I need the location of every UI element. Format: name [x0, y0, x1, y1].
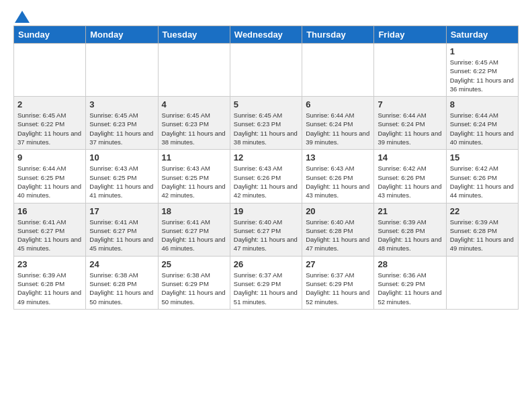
calendar-cell: 28Sunrise: 6:36 AM Sunset: 6:29 PM Dayli…: [374, 256, 446, 309]
calendar-cell: [446, 256, 518, 309]
day-info: Sunrise: 6:40 AM Sunset: 6:27 PM Dayligh…: [234, 218, 298, 253]
day-info: Sunrise: 6:44 AM Sunset: 6:24 PM Dayligh…: [306, 111, 370, 146]
calendar-cell: 17Sunrise: 6:41 AM Sunset: 6:27 PM Dayli…: [86, 203, 158, 256]
day-number: 2: [17, 99, 82, 109]
day-info: Sunrise: 6:45 AM Sunset: 6:22 PM Dayligh…: [17, 111, 82, 146]
day-info: Sunrise: 6:36 AM Sunset: 6:29 PM Dayligh…: [378, 271, 442, 306]
day-number: 13: [306, 152, 370, 163]
day-info: Sunrise: 6:45 AM Sunset: 6:23 PM Dayligh…: [234, 111, 298, 146]
calendar-cell: 6Sunrise: 6:44 AM Sunset: 6:24 PM Daylig…: [302, 97, 374, 150]
calendar-cell: 25Sunrise: 6:38 AM Sunset: 6:29 PM Dayli…: [158, 256, 230, 309]
day-info: Sunrise: 6:45 AM Sunset: 6:23 PM Dayligh…: [89, 111, 154, 146]
calendar-cell: [158, 44, 230, 97]
day-number: 17: [89, 206, 154, 216]
calendar-cell: 22Sunrise: 6:39 AM Sunset: 6:28 PM Dayli…: [446, 203, 518, 256]
day-info: Sunrise: 6:37 AM Sunset: 6:29 PM Dayligh…: [306, 271, 370, 306]
calendar-cell: 4Sunrise: 6:45 AM Sunset: 6:23 PM Daylig…: [158, 97, 230, 150]
calendar-cell: 2Sunrise: 6:45 AM Sunset: 6:22 PM Daylig…: [14, 97, 86, 150]
day-info: Sunrise: 6:39 AM Sunset: 6:28 PM Dayligh…: [378, 218, 442, 253]
day-number: 18: [162, 206, 226, 216]
day-info: Sunrise: 6:43 AM Sunset: 6:25 PM Dayligh…: [162, 164, 226, 199]
calendar-cell: 24Sunrise: 6:38 AM Sunset: 6:28 PM Dayli…: [86, 256, 158, 309]
day-info: Sunrise: 6:41 AM Sunset: 6:27 PM Dayligh…: [162, 218, 226, 253]
calendar-cell: [230, 44, 302, 97]
calendar-cell: 26Sunrise: 6:37 AM Sunset: 6:29 PM Dayli…: [230, 256, 302, 309]
calendar-cell: 18Sunrise: 6:41 AM Sunset: 6:27 PM Dayli…: [158, 203, 230, 256]
weekday-header: Wednesday: [230, 26, 302, 44]
calendar-cell: 8Sunrise: 6:44 AM Sunset: 6:24 PM Daylig…: [446, 97, 518, 150]
calendar-week-row: 2Sunrise: 6:45 AM Sunset: 6:22 PM Daylig…: [14, 97, 519, 150]
calendar-cell: [86, 44, 158, 97]
svg-marker-0: [15, 11, 30, 23]
day-number: 22: [450, 206, 515, 216]
day-number: 26: [234, 259, 298, 269]
day-number: 9: [17, 152, 82, 163]
calendar-cell: 23Sunrise: 6:39 AM Sunset: 6:28 PM Dayli…: [14, 256, 86, 309]
day-number: 25: [162, 259, 226, 269]
day-number: 10: [89, 152, 154, 163]
calendar-week-row: 16Sunrise: 6:41 AM Sunset: 6:27 PM Dayli…: [14, 203, 519, 256]
calendar-cell: 9Sunrise: 6:44 AM Sunset: 6:25 PM Daylig…: [14, 150, 86, 203]
calendar-cell: 10Sunrise: 6:43 AM Sunset: 6:25 PM Dayli…: [86, 150, 158, 203]
day-info: Sunrise: 6:45 AM Sunset: 6:22 PM Dayligh…: [450, 58, 515, 93]
day-info: Sunrise: 6:43 AM Sunset: 6:26 PM Dayligh…: [234, 164, 298, 199]
calendar-cell: 13Sunrise: 6:43 AM Sunset: 6:26 PM Dayli…: [302, 150, 374, 203]
calendar-cell: 21Sunrise: 6:39 AM Sunset: 6:28 PM Dayli…: [374, 203, 446, 256]
day-number: 20: [306, 206, 370, 216]
calendar-cell: [302, 44, 374, 97]
day-number: 7: [378, 99, 442, 109]
weekday-header: Monday: [86, 26, 158, 44]
day-info: Sunrise: 6:44 AM Sunset: 6:24 PM Dayligh…: [378, 111, 442, 146]
day-number: 14: [378, 152, 442, 163]
calendar-cell: 12Sunrise: 6:43 AM Sunset: 6:26 PM Dayli…: [230, 150, 302, 203]
day-number: 3: [89, 99, 154, 109]
day-info: Sunrise: 6:40 AM Sunset: 6:28 PM Dayligh…: [306, 218, 370, 253]
day-number: 21: [378, 206, 442, 216]
weekday-header: Thursday: [302, 26, 374, 44]
day-info: Sunrise: 6:42 AM Sunset: 6:26 PM Dayligh…: [378, 164, 442, 199]
calendar-cell: 20Sunrise: 6:40 AM Sunset: 6:28 PM Dayli…: [302, 203, 374, 256]
day-number: 5: [234, 99, 298, 109]
calendar-week-row: 1Sunrise: 6:45 AM Sunset: 6:22 PM Daylig…: [14, 44, 519, 97]
calendar-cell: 3Sunrise: 6:45 AM Sunset: 6:23 PM Daylig…: [86, 97, 158, 150]
calendar-cell: 27Sunrise: 6:37 AM Sunset: 6:29 PM Dayli…: [302, 256, 374, 309]
page: SundayMondayTuesdayWednesdayThursdayFrid…: [0, 0, 532, 320]
weekday-header: Tuesday: [158, 26, 230, 44]
calendar-cell: 16Sunrise: 6:41 AM Sunset: 6:27 PM Dayli…: [14, 203, 86, 256]
day-info: Sunrise: 6:44 AM Sunset: 6:25 PM Dayligh…: [17, 164, 82, 199]
day-number: 16: [17, 206, 82, 216]
day-number: 27: [306, 259, 370, 269]
day-info: Sunrise: 6:41 AM Sunset: 6:27 PM Dayligh…: [17, 218, 82, 253]
day-number: 19: [234, 206, 298, 216]
day-info: Sunrise: 6:43 AM Sunset: 6:26 PM Dayligh…: [306, 164, 370, 199]
day-info: Sunrise: 6:42 AM Sunset: 6:26 PM Dayligh…: [450, 164, 515, 199]
day-number: 6: [306, 99, 370, 109]
calendar-cell: 11Sunrise: 6:43 AM Sunset: 6:25 PM Dayli…: [158, 150, 230, 203]
logo-icon: [15, 11, 30, 23]
calendar-cell: 15Sunrise: 6:42 AM Sunset: 6:26 PM Dayli…: [446, 150, 518, 203]
logo: [13, 11, 30, 20]
day-number: 23: [17, 259, 82, 269]
day-number: 11: [162, 152, 226, 163]
calendar-cell: 19Sunrise: 6:40 AM Sunset: 6:27 PM Dayli…: [230, 203, 302, 256]
weekday-header: Saturday: [446, 26, 518, 44]
calendar-cell: 1Sunrise: 6:45 AM Sunset: 6:22 PM Daylig…: [446, 44, 518, 97]
calendar-cell: [374, 44, 446, 97]
day-info: Sunrise: 6:37 AM Sunset: 6:29 PM Dayligh…: [234, 271, 298, 306]
day-number: 4: [162, 99, 226, 109]
calendar-cell: 7Sunrise: 6:44 AM Sunset: 6:24 PM Daylig…: [374, 97, 446, 150]
weekday-header: Friday: [374, 26, 446, 44]
day-info: Sunrise: 6:45 AM Sunset: 6:23 PM Dayligh…: [162, 111, 226, 146]
weekday-header: Sunday: [14, 26, 86, 44]
calendar-cell: [14, 44, 86, 97]
day-number: 28: [378, 259, 442, 269]
day-number: 1: [450, 46, 515, 56]
calendar-cell: 14Sunrise: 6:42 AM Sunset: 6:26 PM Dayli…: [374, 150, 446, 203]
header: [13, 11, 519, 20]
calendar: SundayMondayTuesdayWednesdayThursdayFrid…: [13, 26, 519, 310]
day-number: 8: [450, 99, 515, 109]
day-number: 12: [234, 152, 298, 163]
day-info: Sunrise: 6:44 AM Sunset: 6:24 PM Dayligh…: [450, 111, 515, 146]
day-number: 15: [450, 152, 515, 163]
day-info: Sunrise: 6:39 AM Sunset: 6:28 PM Dayligh…: [450, 218, 515, 253]
